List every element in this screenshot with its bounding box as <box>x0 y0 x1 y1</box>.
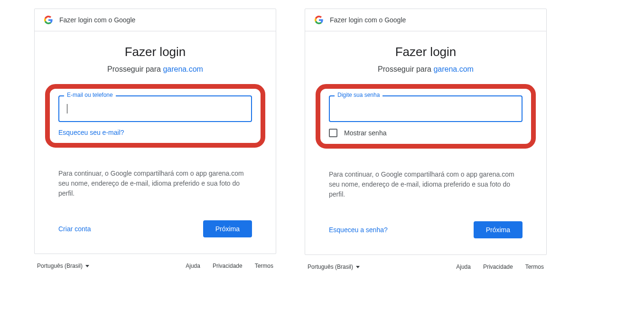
next-button[interactable]: Próxima <box>203 220 252 237</box>
text-cursor-icon <box>67 104 67 113</box>
password-field-label: Digite sua senha <box>335 92 383 98</box>
show-password-checkbox[interactable] <box>329 129 337 137</box>
email-input[interactable] <box>58 95 252 122</box>
create-account-link[interactable]: Criar conta <box>58 225 91 233</box>
signin-card-password: Fazer login com o Google Fazer login Pro… <box>305 9 547 255</box>
subtitle-prefix: Prosseguir para <box>378 65 433 73</box>
forgot-email-link[interactable]: Esqueceu seu e-mail? <box>58 129 252 136</box>
password-input[interactable] <box>329 95 523 122</box>
email-field-label: E-mail ou telefone <box>64 92 116 98</box>
next-button[interactable]: Próxima <box>474 221 523 238</box>
show-password-label: Mostrar senha <box>344 129 386 137</box>
footer-help-link[interactable]: Ajuda <box>456 264 471 270</box>
language-selector[interactable]: Português (Brasil) <box>308 264 360 270</box>
google-logo-icon <box>315 16 323 24</box>
footer-privacy-link[interactable]: Privacidade <box>483 264 513 270</box>
language-label: Português (Brasil) <box>308 264 353 270</box>
page-title: Fazer login <box>58 45 252 59</box>
subtitle-link[interactable]: garena.com <box>433 65 474 73</box>
footer: Português (Brasil) Ajuda Privacidade Ter… <box>305 255 547 270</box>
signin-card-email: Fazer login com o Google Fazer login Pro… <box>34 9 276 254</box>
subtitle-link[interactable]: garena.com <box>163 65 203 73</box>
language-selector[interactable]: Português (Brasil) <box>37 263 89 269</box>
header-text: Fazer login com o Google <box>59 16 135 24</box>
subtitle: Prosseguir para garena.com <box>329 65 523 74</box>
card-header: Fazer login com o Google <box>35 9 276 31</box>
email-field-wrapper: E-mail ou telefone <box>58 95 252 122</box>
chevron-down-icon <box>356 266 360 268</box>
header-text: Fazer login com o Google <box>330 16 406 24</box>
google-logo-icon <box>44 16 53 24</box>
language-label: Português (Brasil) <box>37 263 83 269</box>
password-field-wrapper: Digite sua senha <box>329 95 523 122</box>
highlight-annotation: E-mail ou telefone Esqueceu seu e-mail? <box>45 84 265 148</box>
subtitle: Prosseguir para garena.com <box>58 65 252 74</box>
subtitle-prefix: Prosseguir para <box>107 65 163 73</box>
footer-privacy-link[interactable]: Privacidade <box>213 263 243 269</box>
highlight-annotation: Digite sua senha Mostrar senha <box>316 84 536 149</box>
footer: Português (Brasil) Ajuda Privacidade Ter… <box>34 254 276 269</box>
footer-terms-link[interactable]: Termos <box>255 263 273 269</box>
card-header: Fazer login com o Google <box>305 9 546 31</box>
chevron-down-icon <box>85 265 89 267</box>
footer-help-link[interactable]: Ajuda <box>186 263 200 269</box>
page-title: Fazer login <box>329 45 523 59</box>
footer-terms-link[interactable]: Termos <box>525 264 544 270</box>
disclosure-text: Para continuar, o Google compartilhará c… <box>329 170 523 199</box>
forgot-password-link[interactable]: Esqueceu a senha? <box>329 226 388 234</box>
disclosure-text: Para continuar, o Google compartilhará c… <box>58 169 252 198</box>
